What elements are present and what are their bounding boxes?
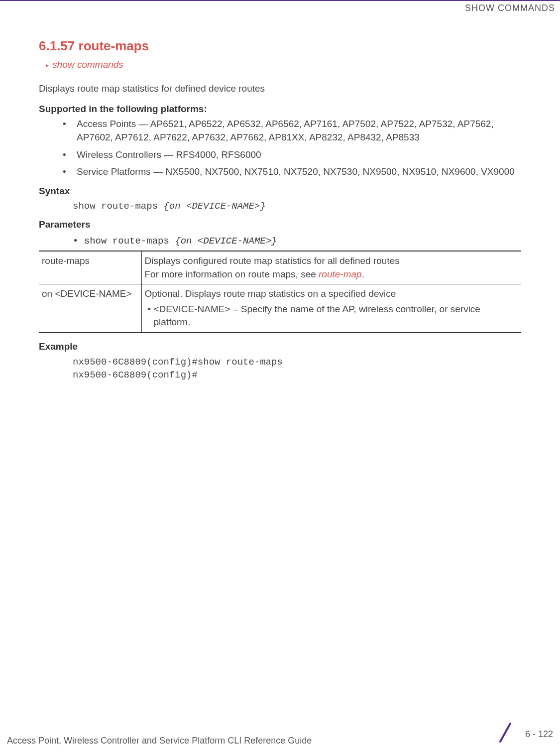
list-item: Access Points — AP6521, AP6522, AP6532, … (63, 118, 521, 144)
page-content: 6.1.57 route-maps show commands Displays… (0, 37, 560, 382)
svg-line-0 (500, 724, 510, 742)
code-italic: {on <DEVICE-NAME>} (163, 201, 265, 212)
parameters-heading: Parameters (39, 218, 521, 232)
route-map-link[interactable]: route-map (319, 269, 362, 279)
syntax-code: show route-maps {on <DEVICE-NAME>} (73, 200, 521, 213)
page-header: SHOW COMMANDS (0, 0, 560, 14)
param-desc: Displays configured route map statistics… (141, 251, 521, 284)
section-description: Displays route map statistics for define… (39, 82, 521, 96)
logo-slash-icon (494, 722, 516, 747)
desc-bullet: • <DEVICE-NAME> – Specify the name of th… (145, 303, 517, 329)
example-code: nx9500-6C8809(config)#show route-maps nx… (73, 356, 521, 382)
page-footer: Access Point, Wireless Controller and Se… (0, 722, 560, 747)
footer-right: 6 - 122 (494, 722, 553, 747)
desc-post: . (362, 269, 364, 279)
list-item: Service Platforms — NX5500, NX7500, NX75… (63, 165, 521, 179)
table-row: on <DEVICE-NAME> Optional. Displays rout… (39, 284, 521, 333)
breadcrumb-link[interactable]: show commands (46, 58, 521, 72)
param-name: route-maps (39, 251, 141, 284)
param-name: on <DEVICE-NAME> (39, 284, 141, 333)
section-title: 6.1.57 route-maps (39, 37, 521, 55)
supported-heading: Supported in the following platforms: (39, 103, 521, 116)
syntax-heading: Syntax (39, 185, 521, 198)
example-heading: Example (39, 340, 521, 354)
table-row: route-maps Displays configured route map… (39, 251, 521, 284)
list-item: Wireless Controllers — RFS4000, RFS6000 (63, 148, 521, 162)
chapter-label: SHOW COMMANDS (465, 3, 555, 13)
code-italic: {on <DEVICE-NAME>} (175, 236, 277, 247)
code-plain: show route-maps (84, 236, 175, 247)
desc-text: For more information on route maps, see … (145, 268, 517, 281)
desc-text: Optional. Displays route map statistics … (145, 287, 517, 301)
platform-list: Access Points — AP6521, AP6522, AP6532, … (39, 118, 521, 178)
footer-guide-title: Access Point, Wireless Controller and Se… (7, 735, 312, 747)
code-plain: show route-maps (73, 201, 163, 212)
param-desc: Optional. Displays route map statistics … (141, 284, 521, 333)
page-number: 6 - 122 (525, 728, 553, 741)
desc-pre: For more information on route maps, see (145, 269, 319, 279)
parameter-line: • show route-maps {on <DEVICE-NAME>} (73, 235, 521, 248)
parameters-table: route-maps Displays configured route map… (39, 251, 521, 333)
desc-text: Displays configured route map statistics… (145, 254, 517, 268)
breadcrumb-text: show commands (52, 59, 123, 70)
bullet: • (73, 236, 84, 247)
